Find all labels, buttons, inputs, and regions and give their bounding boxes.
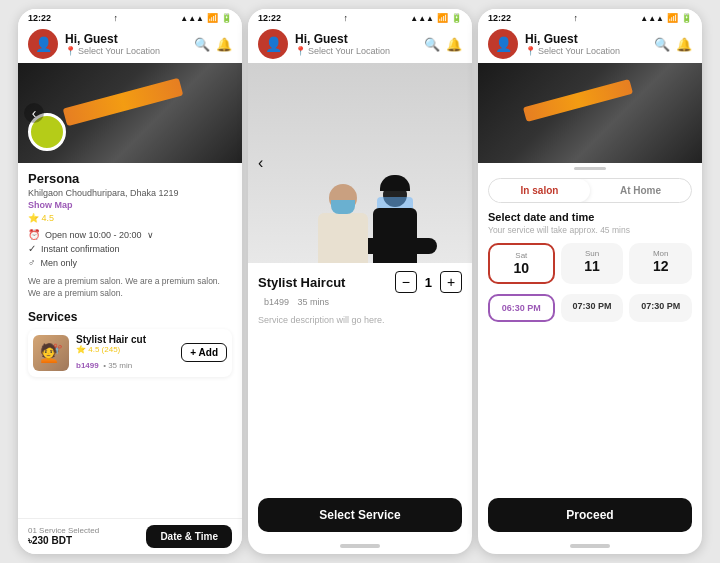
location-1[interactable]: 📍 Select Your Location: [65, 46, 160, 56]
add-service-btn[interactable]: + Add: [181, 343, 227, 362]
salon-address: Khilgaon Choudhuripara, Dhaka 1219: [28, 188, 232, 198]
bottom-amount: ৳230 BDT: [28, 535, 99, 547]
at-home-btn[interactable]: At Home: [590, 179, 691, 202]
back-btn-2[interactable]: ‹: [258, 154, 263, 172]
date-row: Sat 10 Sun 11 Mon 12: [488, 243, 692, 284]
status-bar-1: 12:22 ↑ ▲▲▲ 📶 🔋: [18, 9, 242, 25]
bottom-indicator-2: [340, 544, 380, 548]
app-header-1: 👤 Hi, Guest 📍 Select Your Location 🔍 🔔: [18, 25, 242, 63]
date-time-btn[interactable]: Date & Time: [146, 525, 232, 548]
qty-number: 1: [425, 275, 432, 290]
phone-3: 12:22 ↑ ▲▲▲ 📶 🔋 👤 Hi, Guest 📍 Select You…: [478, 9, 702, 554]
time-2: 12:22: [258, 13, 281, 23]
day-label-1: Sun: [561, 249, 624, 258]
app-header-3: 👤 Hi, Guest 📍 Select Your Location 🔍 🔔: [478, 25, 702, 63]
greeting-1: Hi, Guest: [65, 32, 160, 46]
service-count: 01 Service Selected: [28, 526, 99, 535]
proceed-btn[interactable]: Proceed: [488, 498, 692, 532]
phone-1: 12:22 ↑ ▲▲▲ 📶 🔋 👤 Hi, Guest 📍 Select You…: [18, 9, 242, 554]
service-price-2: b1499: [264, 297, 289, 307]
day-label-0: Sat: [490, 251, 553, 260]
day-label-2: Mon: [629, 249, 692, 258]
bell-icon-3[interactable]: 🔔: [676, 37, 692, 52]
bottom-indicator-3: [570, 544, 610, 548]
location-pin-icon: 📍: [65, 46, 76, 56]
clock-icon: ⏰: [28, 229, 40, 240]
date-sun[interactable]: Sun 11: [561, 243, 624, 284]
service-detail-name: Stylist Haircut: [258, 275, 345, 290]
date-mon[interactable]: Mon 12: [629, 243, 692, 284]
services-title: Services: [28, 310, 232, 324]
service-duration-1: 35 min: [108, 361, 132, 370]
time-pill-0[interactable]: 06:30 PM: [488, 294, 555, 322]
greeting-3: Hi, Guest: [525, 32, 620, 46]
status-bar-2: 12:22 ↑ ▲▲▲ 📶 🔋: [248, 9, 472, 25]
avatar-3: 👤: [488, 29, 518, 59]
qty-plus-btn[interactable]: +: [440, 271, 462, 293]
wifi-icon-3: 📶: [667, 13, 678, 23]
status-arrow-1: ↑: [113, 13, 118, 23]
location-3[interactable]: 📍 Select Your Location: [525, 46, 620, 56]
battery-icon-3: 🔋: [681, 13, 692, 23]
time-pill-2[interactable]: 07:30 PM: [629, 294, 692, 322]
time-pill-1[interactable]: 07:30 PM: [561, 294, 624, 322]
client-figure: [318, 184, 368, 263]
battery-icon-2: 🔋: [451, 13, 462, 23]
phone-2: 12:22 ↑ ▲▲▲ 📶 🔋 👤 Hi, Guest 📍 Select You…: [248, 9, 472, 554]
avatar-2: 👤: [258, 29, 288, 59]
date-num-2: 12: [629, 258, 692, 274]
in-salon-btn[interactable]: In salon: [489, 179, 590, 202]
service-detail-header: Stylist Haircut − 1 +: [248, 263, 472, 297]
battery-icon-1: 🔋: [221, 13, 232, 23]
salon-home-toggle: In salon At Home: [488, 178, 692, 203]
service-meta: b1499 35 mins: [248, 297, 472, 311]
service-card-1: 💇 Stylist Hair cut ⭐ 4.5 (245) b1499 • 3…: [28, 329, 232, 377]
wifi-icon-2: 📶: [437, 13, 448, 23]
signal-icon-2: ▲▲▲: [410, 14, 434, 23]
bottom-bar-1: 01 Service Selected ৳230 BDT Date & Time: [18, 518, 242, 554]
time-1: 12:22: [28, 13, 51, 23]
signal-icon-1: ▲▲▲: [180, 14, 204, 23]
greeting-2: Hi, Guest: [295, 32, 390, 46]
open-hours-row: ⏰ Open now 10:00 - 20:00 ∨: [28, 229, 232, 240]
quantity-control: − 1 +: [395, 271, 462, 293]
hero-back-1[interactable]: ‹: [24, 103, 44, 123]
app-header-2: 👤 Hi, Guest 📍 Select Your Location 🔍 🔔: [248, 25, 472, 63]
salon-name: Persona: [28, 171, 232, 186]
select-service-btn[interactable]: Select Service: [258, 498, 462, 532]
date-sat[interactable]: Sat 10: [488, 243, 555, 284]
datetime-subtitle: Your service will take approx. 45 mins: [488, 225, 692, 235]
datetime-section: Select date and time Your service will t…: [478, 211, 702, 498]
location-2[interactable]: 📍 Select Your Location: [295, 46, 390, 56]
status-arrow-3: ↑: [573, 13, 578, 23]
date-num-0: 10: [490, 260, 553, 276]
hero-image-1: ‹: [18, 63, 242, 163]
datetime-title: Select date and time: [488, 211, 692, 223]
time-3: 12:22: [488, 13, 511, 23]
gender-row: ♂ Men only: [28, 257, 232, 268]
barber-hero: ‹: [248, 63, 472, 263]
location-pin-icon-3: 📍: [525, 46, 536, 56]
bell-icon-2[interactable]: 🔔: [446, 37, 462, 52]
search-icon-1[interactable]: 🔍: [194, 37, 210, 52]
service-name-1: Stylist Hair cut: [76, 334, 174, 345]
salon-rating: ⭐ 4.5: [28, 213, 232, 223]
show-map-link[interactable]: Show Map: [28, 200, 232, 210]
bell-icon-1[interactable]: 🔔: [216, 37, 232, 52]
phone3-hero: [478, 63, 702, 163]
service-price-1: b1499: [76, 361, 99, 370]
qty-minus-btn[interactable]: −: [395, 271, 417, 293]
barber-figure: [373, 183, 417, 263]
signal-icon-3: ▲▲▲: [640, 14, 664, 23]
status-arrow-2: ↑: [343, 13, 348, 23]
check-icon: ✓: [28, 243, 36, 254]
search-icon-2[interactable]: 🔍: [424, 37, 440, 52]
confirm-row: ✓ Instant confirmation: [28, 243, 232, 254]
avatar-1: 👤: [28, 29, 58, 59]
service-rating-1: ⭐ 4.5 (245): [76, 345, 174, 354]
wifi-icon-1: 📶: [207, 13, 218, 23]
date-num-1: 11: [561, 258, 624, 274]
time-row: 06:30 PM 07:30 PM 07:30 PM: [488, 294, 692, 322]
top-indicator-3: [574, 167, 606, 170]
search-icon-3[interactable]: 🔍: [654, 37, 670, 52]
